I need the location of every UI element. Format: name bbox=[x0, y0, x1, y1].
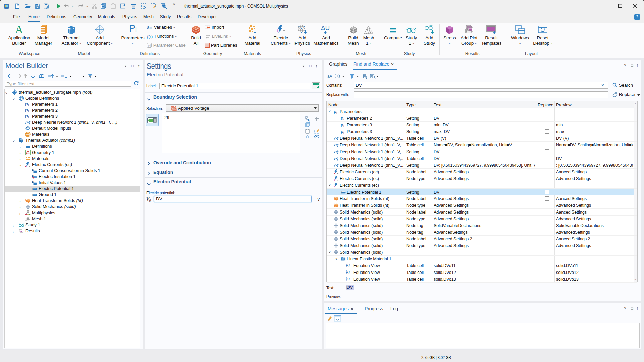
svg-text:ΔU: ΔU bbox=[321, 25, 330, 32]
svg-text:f: f bbox=[348, 264, 350, 267]
svg-text:a: a bbox=[147, 25, 150, 30]
svg-text:+: + bbox=[334, 172, 335, 174]
svg-text:aA: aA bbox=[327, 74, 332, 79]
svg-text:f: f bbox=[348, 271, 350, 274]
svg-text:∂t: ∂t bbox=[346, 272, 348, 275]
svg-text:(x): (x) bbox=[149, 35, 153, 39]
svg-text:+: + bbox=[276, 29, 278, 33]
svg-text:∂t: ∂t bbox=[346, 265, 348, 268]
svg-text:∂t: ∂t bbox=[346, 279, 348, 281]
svg-text:f: f bbox=[348, 278, 350, 281]
svg-text:Pi: Pi bbox=[148, 44, 151, 47]
svg-text:+: + bbox=[25, 165, 27, 168]
svg-text:+: + bbox=[334, 179, 335, 181]
svg-text:+: + bbox=[334, 185, 335, 188]
